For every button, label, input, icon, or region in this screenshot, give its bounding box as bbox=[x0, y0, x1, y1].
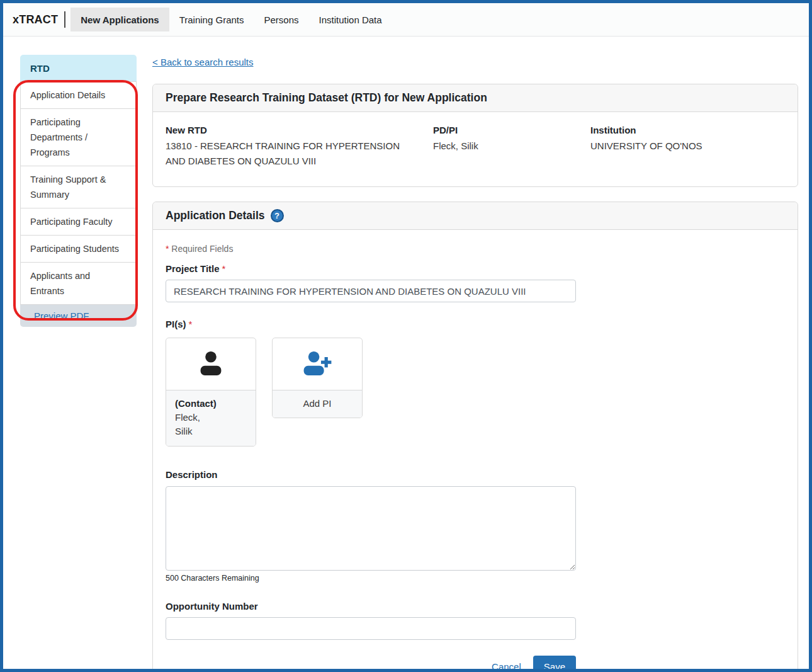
add-person-icon bbox=[273, 338, 362, 390]
new-rtd-label: New RTD bbox=[166, 125, 433, 135]
cancel-button[interactable]: Cancel bbox=[492, 661, 521, 672]
characters-remaining-counter: 500 Characters Remaining bbox=[166, 574, 785, 583]
project-title-input[interactable] bbox=[166, 280, 576, 302]
opportunity-number-input[interactable] bbox=[166, 617, 576, 640]
tab-persons[interactable]: Persons bbox=[254, 8, 309, 31]
help-icon[interactable]: ? bbox=[271, 209, 284, 222]
institution-label: Institution bbox=[590, 125, 785, 135]
add-pi-card[interactable]: Add PI bbox=[272, 338, 363, 418]
back-to-search-link[interactable]: < Back to search results bbox=[152, 57, 254, 67]
brand-divider bbox=[64, 11, 65, 28]
opportunity-number-section: Opportunity Number bbox=[166, 601, 785, 640]
required-note-text: Required Fields bbox=[171, 244, 233, 254]
tab-training-grants[interactable]: Training Grants bbox=[169, 8, 254, 31]
sidebar-nav-list: Application Details Participating Depart… bbox=[20, 81, 137, 305]
sidebar-item-participating-faculty[interactable]: Participating Faculty bbox=[21, 208, 136, 236]
opportunity-number-label: Opportunity Number bbox=[166, 601, 785, 612]
institution-value: UNIVERSITY OF QO'NOS bbox=[590, 139, 785, 154]
sidebar-header-rtd: RTD bbox=[20, 55, 137, 81]
contact-pi-label: (Contact) Fleck, Silik bbox=[166, 390, 256, 446]
pis-label-text: PI(s) bbox=[166, 319, 186, 329]
top-navigation: xTRACT New Applications Training Grants … bbox=[3, 3, 809, 37]
contact-name-line1: Fleck, bbox=[175, 411, 247, 424]
save-button[interactable]: Save bbox=[533, 656, 576, 672]
pi-section: PI(s)* (Contact) Fleck, S bbox=[166, 319, 785, 447]
sidebar-item-application-details[interactable]: Application Details bbox=[21, 82, 136, 109]
required-asterisk: * bbox=[166, 244, 169, 254]
application-details-title: Application Details bbox=[166, 209, 265, 222]
sidebar-item-participating-students[interactable]: Participating Students bbox=[21, 236, 136, 263]
new-rtd-value: 13810 - RESEARCH TRAINING FOR HYPERTENSI… bbox=[166, 139, 433, 169]
application-details-body: * Required Fields Project Title* PI(s)* bbox=[153, 230, 798, 672]
pdpi-field: PD/PI Fleck, Silik bbox=[433, 125, 590, 169]
main-content: < Back to search results Prepare Researc… bbox=[152, 55, 798, 672]
sidebar-item-training-support[interactable]: Training Support & Summary bbox=[21, 166, 136, 208]
institution-field: Institution UNIVERSITY OF QO'NOS bbox=[590, 125, 785, 169]
contact-name-line2: Silik bbox=[175, 424, 247, 438]
contact-pi-card[interactable]: (Contact) Fleck, Silik bbox=[166, 338, 256, 447]
required-fields-note: * Required Fields bbox=[166, 244, 785, 254]
rtd-panel-title: Prepare Research Training Dataset (RTD) … bbox=[153, 84, 798, 112]
pis-required-asterisk: * bbox=[189, 319, 193, 329]
pis-label: PI(s)* bbox=[166, 319, 785, 329]
description-textarea[interactable] bbox=[166, 486, 576, 571]
form-actions: Cancel Save bbox=[166, 656, 576, 672]
tab-institution-data[interactable]: Institution Data bbox=[309, 8, 392, 31]
xtract-page: { "nav": { "brand": "xTRACT", "tabs": [ … bbox=[0, 0, 812, 672]
app-logo: xTRACT bbox=[9, 13, 64, 26]
project-title-label: Project Title* bbox=[166, 263, 785, 274]
description-label: Description bbox=[166, 469, 785, 480]
description-section: Description 500 Characters Remaining bbox=[166, 469, 785, 583]
contact-tag: (Contact) bbox=[175, 397, 247, 411]
person-icon bbox=[166, 338, 256, 390]
sidebar-item-applicants-entrants[interactable]: Applicants and Entrants bbox=[21, 263, 136, 304]
pdpi-label: PD/PI bbox=[433, 125, 590, 135]
rtd-panel-body: New RTD 13810 - RESEARCH TRAINING FOR HY… bbox=[153, 112, 798, 186]
new-rtd-field: New RTD 13810 - RESEARCH TRAINING FOR HY… bbox=[166, 125, 433, 169]
tab-new-applications[interactable]: New Applications bbox=[70, 8, 169, 31]
rtd-summary-panel: Prepare Research Training Dataset (RTD) … bbox=[152, 84, 798, 187]
application-details-panel: Application Details ? * Required Fields … bbox=[152, 202, 798, 672]
pdpi-value: Fleck, Silik bbox=[433, 139, 590, 154]
project-title-required-asterisk: * bbox=[222, 263, 226, 274]
rtd-sidebar: RTD Application Details Participating De… bbox=[20, 55, 137, 327]
project-title-label-text: Project Title bbox=[166, 263, 220, 274]
add-pi-label: Add PI bbox=[273, 390, 362, 418]
preview-pdf-button[interactable]: Preview PDF bbox=[20, 305, 137, 327]
sidebar-item-participating-departments[interactable]: Participating Departments / Programs bbox=[21, 109, 136, 166]
pi-cards: (Contact) Fleck, Silik bbox=[166, 338, 785, 447]
application-details-header: Application Details ? bbox=[153, 202, 798, 230]
